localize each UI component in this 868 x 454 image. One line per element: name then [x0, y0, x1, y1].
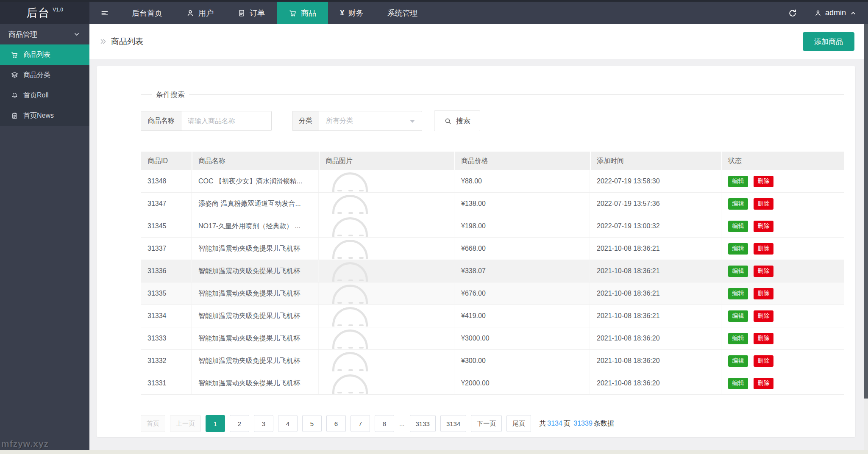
- delete-button[interactable]: 删除: [754, 333, 773, 344]
- cell-added-time: 2021-10-08 18:36:21: [590, 260, 721, 282]
- layers-icon: [11, 71, 19, 79]
- image-placeholder-dash: [337, 190, 342, 191]
- table-row: 31334智能加温震动夹吸免提果儿飞机杯¥419.002021-10-08 18…: [141, 305, 844, 327]
- product-image-placeholder: [330, 328, 372, 349]
- edit-button[interactable]: 编辑: [728, 243, 748, 255]
- page-button[interactable]: 1: [206, 415, 225, 432]
- sidebar-group-label: 商品管理: [8, 30, 37, 39]
- edit-button[interactable]: 编辑: [728, 198, 748, 210]
- edit-button[interactable]: 编辑: [728, 221, 748, 232]
- prev-page-button[interactable]: 上一页: [170, 415, 201, 432]
- cell-product-name: NO17-久皇外用喷剂（经典款） ...: [192, 215, 319, 237]
- product-image-placeholder: [330, 171, 372, 192]
- image-placeholder-dash: [337, 280, 342, 281]
- delete-button[interactable]: 删除: [754, 288, 773, 299]
- edit-button[interactable]: 编辑: [728, 378, 748, 389]
- cell-product-price: ¥2000.00: [454, 372, 590, 394]
- nav-item-label: 商品: [301, 8, 316, 18]
- page-ellipsis: ...: [399, 420, 405, 427]
- content-card: 条件搜索 商品名称 分类 所有分类 搜索: [97, 66, 855, 437]
- search-fieldset: 条件搜索: [141, 90, 844, 100]
- last-page-button[interactable]: 尾页: [506, 415, 531, 432]
- image-placeholder-dash: [359, 324, 364, 326]
- cell-status: 编辑删除: [721, 193, 844, 215]
- cell-status: 编辑删除: [721, 215, 844, 237]
- edit-button[interactable]: 编辑: [728, 333, 748, 344]
- page-button[interactable]: 3: [254, 415, 273, 432]
- delete-button[interactable]: 删除: [754, 198, 773, 210]
- product-name-input[interactable]: [181, 111, 271, 130]
- page-button[interactable]: 8: [375, 415, 394, 432]
- col-header-name: 商品名称: [192, 152, 319, 170]
- refresh-icon[interactable]: [788, 8, 797, 18]
- cell-product-id: 31334: [141, 305, 192, 327]
- nav-item-users[interactable]: 用户: [174, 2, 225, 24]
- cell-status: 编辑删除: [721, 238, 844, 260]
- sidebar-item-label: 商品列表: [23, 50, 50, 59]
- vertical-scrollbar-thumb[interactable]: [864, 24, 868, 399]
- page-button[interactable]: 3133: [410, 415, 436, 432]
- sidebar-item-home-news[interactable]: 首页News: [0, 105, 89, 126]
- edit-button[interactable]: 编辑: [728, 176, 748, 187]
- cell-product-image: [319, 282, 454, 305]
- edit-button[interactable]: 编辑: [728, 266, 748, 277]
- edit-button[interactable]: 编辑: [728, 310, 748, 322]
- search-icon: [444, 117, 452, 125]
- summary-records-unit: 条数据: [594, 420, 614, 427]
- image-placeholder-arc: [332, 329, 368, 349]
- nav-item-orders[interactable]: 订单: [225, 2, 277, 24]
- app-title: 后台: [26, 6, 50, 20]
- first-page-button[interactable]: 首页: [141, 415, 165, 432]
- sidebar-item-product-list[interactable]: 商品列表: [0, 44, 89, 65]
- sidebar-group-product-management[interactable]: 商品管理: [0, 24, 89, 44]
- col-header-status: 状态: [721, 152, 844, 170]
- edit-button[interactable]: 编辑: [728, 355, 748, 367]
- col-header-image: 商品图片: [319, 152, 454, 170]
- nav-item-label: 订单: [250, 8, 265, 18]
- sidebar-item-label: 首页News: [23, 111, 54, 120]
- delete-button[interactable]: 删除: [754, 221, 773, 232]
- col-header-price: 商品价格: [454, 152, 590, 170]
- cart-icon: [11, 51, 19, 59]
- product-table: 商品ID 商品名称 商品图片 商品价格 添加时间 状态 31348COC 【初夜…: [141, 152, 844, 395]
- cell-product-image: [319, 170, 454, 192]
- image-placeholder-dash: [359, 347, 364, 349]
- edit-button[interactable]: 编辑: [728, 288, 748, 299]
- delete-button[interactable]: 删除: [754, 378, 773, 389]
- order-icon: [237, 9, 246, 17]
- page-button[interactable]: 2: [230, 415, 249, 432]
- cell-product-id: 31331: [141, 372, 192, 394]
- sidebar-item-product-category[interactable]: 商品分类: [0, 65, 89, 85]
- nav-item-system[interactable]: 系统管理: [376, 2, 430, 24]
- add-product-button[interactable]: 添加商品: [803, 32, 854, 51]
- hamburger-icon[interactable]: [89, 2, 120, 24]
- delete-button[interactable]: 删除: [754, 266, 773, 277]
- cell-product-name: 智能加温震动夹吸免提果儿飞机杯: [192, 305, 319, 327]
- cell-product-name: COC 【初夜少女】滴水润滑锁精...: [192, 170, 319, 192]
- search-button[interactable]: 搜索: [434, 111, 480, 131]
- nav-item-finance[interactable]: ¥财务: [328, 2, 376, 24]
- cell-added-time: 2022-07-19 13:00:32: [590, 215, 721, 237]
- delete-button[interactable]: 删除: [754, 310, 773, 322]
- delete-button[interactable]: 删除: [754, 176, 773, 187]
- cell-product-price: ¥198.00: [454, 215, 590, 237]
- category-selected-value: 所有分类: [326, 116, 353, 125]
- user-icon: [814, 9, 822, 17]
- page-button[interactable]: 6: [326, 415, 346, 432]
- page-button[interactable]: 4: [278, 415, 298, 432]
- delete-button[interactable]: 删除: [754, 243, 773, 255]
- page-button[interactable]: 3134: [440, 415, 466, 432]
- category-select[interactable]: 所有分类: [319, 111, 422, 130]
- delete-button[interactable]: 删除: [754, 355, 773, 367]
- cell-product-name: 智能加温震动夹吸免提果儿飞机杯: [192, 350, 319, 372]
- main-area: 条件搜索 商品名称 分类 所有分类 搜索: [89, 59, 864, 450]
- next-page-button[interactable]: 下一页: [471, 415, 502, 432]
- product-image-placeholder: [330, 193, 372, 214]
- page-button[interactable]: 7: [351, 415, 370, 432]
- user-menu[interactable]: admin: [814, 8, 857, 17]
- nav-item-home[interactable]: 后台首页: [120, 2, 174, 24]
- nav-item-label: 财务: [348, 8, 364, 18]
- nav-item-products[interactable]: 商品: [277, 2, 328, 24]
- page-button[interactable]: 5: [302, 415, 322, 432]
- sidebar-item-home-roll[interactable]: 首页Roll: [0, 85, 89, 105]
